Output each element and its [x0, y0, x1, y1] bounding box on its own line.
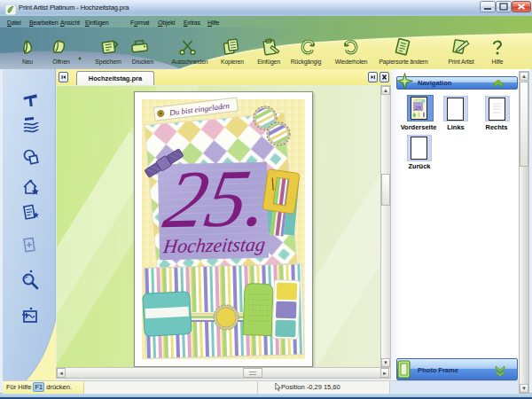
svg-text:25.: 25. — [158, 152, 277, 245]
svg-text:25: 25 — [415, 105, 422, 112]
svg-text:Hochzeitstag: Hochzeitstag — [161, 233, 267, 257]
